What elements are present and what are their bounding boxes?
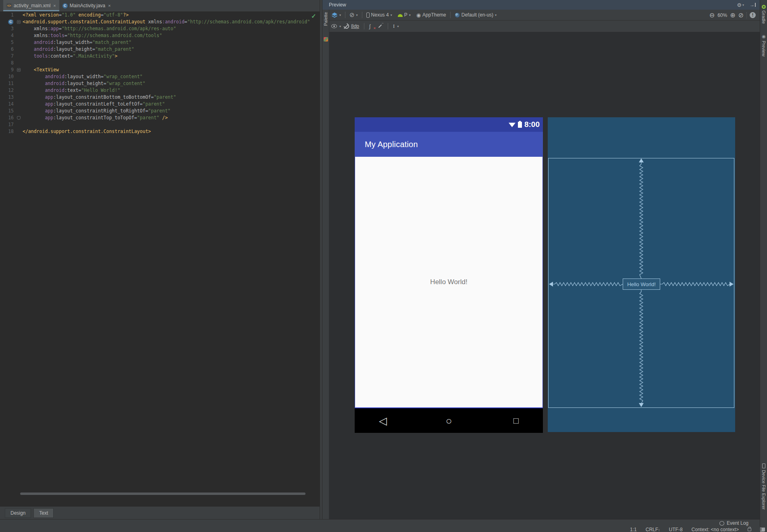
warnings-icon[interactable]: ! [750,12,756,18]
clear-constraints-icon[interactable]: ∫× [369,23,375,29]
encoding-indicator[interactable]: UTF-8 [669,527,683,532]
device-action-bar: My Application [355,132,543,157]
default-margin-button[interactable]: 8dp [351,23,359,29]
gradle-icon [762,5,766,9]
zoom-controls: ⊖ 60% ⊕ ⊘ ! [709,10,756,21]
zoom-fit-icon[interactable]: ⊘ [738,12,744,19]
tab-text[interactable]: Text [33,508,54,518]
line-ending-indicator[interactable]: CRLF↕ [646,527,660,532]
line-number: 11 [0,80,15,87]
event-log-button[interactable]: Event Log [727,520,748,526]
tab-activity-main-xml[interactable]: <> activity_main.xml × [3,0,59,11]
blueprint-view: Hello World! [548,117,735,432]
line-number: 12 [0,87,15,94]
gradle-tool-button[interactable]: Gradle [760,5,767,24]
horizontal-scrollbar[interactable] [20,493,306,495]
code-line[interactable]: 11 android:layout_height="wrap_content" [0,80,320,87]
right-tool-strip: Gradle ◉ Preview Device File Explorer [760,0,767,532]
code-line[interactable]: 16 app:layout_constraintTop_toTopOf="par… [0,114,320,121]
chevron-down-icon[interactable]: ▾ [339,25,341,28]
code-line[interactable]: 9 <TextView [0,66,320,73]
zoom-in-icon[interactable]: ⊕ [730,12,735,19]
chevron-down-icon[interactable]: ▾ [409,13,411,17]
lock-icon[interactable] [748,528,751,531]
code-line[interactable]: 3 xmlns:app="http://schemas.android.com/… [0,25,320,32]
editor-preview-splitter[interactable] [320,0,322,519]
autoconnect-off-icon[interactable] [343,24,349,29]
layers-icon[interactable] [331,12,338,18]
device-status-bar: 8:00 [355,117,543,132]
code-line[interactable]: 8 [0,60,320,66]
preview-config-toolbar: ▾ ⊘ ▾ Nexus 4 ▾ P ▾ ◉ AppTheme Default (… [329,10,760,21]
preview-title-bar: Preview ⚙▾ → [322,0,760,10]
view-options-eye-icon[interactable] [331,24,337,28]
blueprint-hello-world-textview[interactable]: Hello World! [623,278,660,290]
palette-icon [324,37,328,42]
code-line[interactable]: 18</android.support.constraint.Constrain… [0,128,320,135]
close-icon[interactable]: × [53,3,56,8]
fold-marker[interactable] [17,116,21,120]
context-indicator[interactable]: Context: <no context> [692,527,739,532]
designer-mode-tabs: Design Text [0,506,320,519]
code-editor[interactable]: 1<?xml version="1.0" encoding="utf-8"?>2… [0,12,320,135]
code-line[interactable]: 12 android:text="Hello World!" [0,87,320,94]
caret-position[interactable]: 1:1 [630,527,637,532]
line-number: 6 [0,46,15,53]
code-line[interactable]: 7 tools:context=".MainActivity"> [0,53,320,60]
code-line[interactable]: 17 [0,121,320,128]
code-line[interactable]: 2<android.support.constraint.ConstraintL… [0,19,320,25]
palette-tool-button[interactable]: Palette [323,12,328,26]
fold-marker[interactable] [17,20,21,24]
code-line[interactable]: 13 app:layout_constraintBottom_toBottomO… [0,94,320,101]
palette-strip: Palette [322,10,329,519]
home-icon: ○ [446,416,452,426]
line-number: 14 [0,101,15,108]
hello-world-textview[interactable]: Hello World! [430,278,467,286]
battery-icon [518,122,522,128]
locale-selector[interactable]: Default (en-us) [461,12,493,18]
line-number: 10 [0,73,15,80]
code-line[interactable]: 4 xmlns:tools="http://schemas.android.co… [0,32,320,39]
code-line[interactable]: 1<?xml version="1.0" encoding="utf-8"?> [0,12,320,19]
fold-marker[interactable] [17,68,21,72]
chevron-down-icon[interactable]: ▾ [356,13,358,17]
gear-icon[interactable]: ⚙ [737,2,742,8]
gutter-class-icon[interactable]: C [8,19,13,25]
line-number: 8 [0,60,15,66]
line-number: 9 [0,66,15,73]
status-bar: 1:1 CRLF↕ UTF-8 Context: <no context> [0,527,767,532]
chevron-down-icon[interactable]: ▾ [339,13,341,17]
code-line[interactable]: 15 app:layout_constraintRight_toRightOf=… [0,108,320,114]
chevron-down-icon[interactable]: ▾ [391,13,392,17]
theme-selector[interactable]: AppTheme [422,12,446,18]
locale-globe-icon [455,12,460,18]
line-number: 15 [0,108,15,114]
line-number: 18 [0,128,15,135]
code-line[interactable]: 10 android:layout_width="wrap_content" [0,73,320,80]
zoom-out-icon[interactable]: ⊖ [709,12,715,19]
device-file-explorer-tool-button[interactable]: Device File Explorer [760,463,767,509]
line-number: 17 [0,121,15,128]
code-line[interactable]: 6 android:layout_height="match_parent" [0,46,320,53]
api-level-selector[interactable]: P [404,12,407,18]
infer-constraints-wand-icon[interactable] [377,23,383,29]
inspection-status-icon[interactable]: ✓ [311,12,316,20]
device-selector[interactable]: Nexus 4 [371,12,389,18]
text-mode-icon[interactable]: I [393,23,395,29]
highlighting-level-icon[interactable] [760,528,765,532]
code-line[interactable]: 14 app:layout_constraintLeft_toLeftOf="p… [0,101,320,108]
line-number: 1 [0,12,15,19]
preview-tool-button[interactable]: ◉ Preview [760,34,767,56]
tab-label: MainActivity.java [70,3,105,8]
line-number: 7 [0,53,15,60]
hide-panel-icon[interactable]: → [750,2,756,8]
preview-pane: Preview ⚙▾ → Palette ▾ ⊘ ▾ Nexus 4 ▾ P ▾… [322,0,760,519]
chevron-down-icon[interactable]: ▾ [495,13,497,17]
close-icon[interactable]: × [108,3,110,8]
device-icon [366,12,370,18]
code-line[interactable]: 5 android:layout_width="match_parent" [0,39,320,46]
tab-design[interactable]: Design [5,508,31,518]
chevron-down-icon[interactable]: ▾ [397,25,399,28]
orientation-icon[interactable]: ⊘ [349,12,355,18]
tab-mainactivity-java[interactable]: C MainActivity.java × [59,0,114,11]
